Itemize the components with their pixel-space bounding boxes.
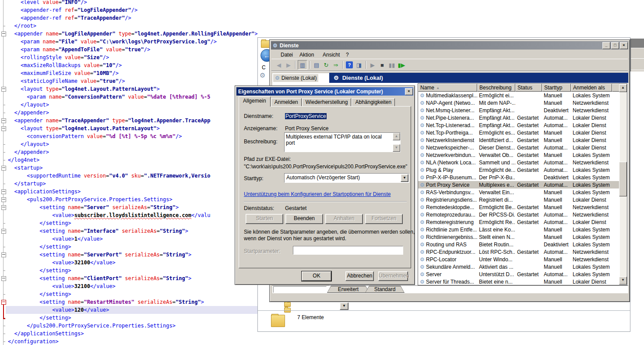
- code-line[interactable]: <appender-ref ref="LogFileAppender"/>: [8, 6, 137, 14]
- scroll-thumb[interactable]: [619, 162, 627, 196]
- fold-collapse-icon[interactable]: [1, 205, 6, 210]
- textarea-scroll-down-button[interactable]: ▼: [393, 144, 400, 152]
- code-line[interactable]: <param name="ConversionPattern" value="%…: [8, 93, 210, 101]
- code-line[interactable]: <layout type="log4net.Layout.PatternLayo…: [8, 124, 160, 132]
- restart-service-icon[interactable]: ▮▶: [397, 60, 406, 69]
- code-line[interactable]: </setting>: [8, 314, 71, 322]
- minimize-button[interactable]: _: [602, 42, 610, 49]
- close-button[interactable]: ×: [620, 42, 628, 49]
- fold-collapse-icon[interactable]: [1, 166, 6, 171]
- table-row[interactable]: ⚙ Multimediaklassenpl...Ermöglicht ei...…: [418, 92, 619, 99]
- fold-collapse-icon[interactable]: [1, 126, 6, 131]
- code-line[interactable]: </configuration>: [8, 338, 59, 345]
- code-line[interactable]: </layout>: [8, 101, 49, 109]
- table-row[interactable]: ⚙ Remoteprozedurau...Der RPCSS-Di...Gest…: [418, 211, 619, 218]
- table-row[interactable]: ⚙ Server für Threads...Bietet eine n...M…: [418, 278, 619, 285]
- table-row[interactable]: ⚙ Netzwerkverbindun...Verwaltet Ob...Ges…: [418, 151, 619, 159]
- fold-collapse-icon[interactable]: [1, 87, 6, 92]
- table-row[interactable]: ⚙ Richtlinienergebniss...Stellt einen N.…: [418, 233, 619, 241]
- services-titlebar[interactable]: ⚙ Dienste _ □ ×: [271, 41, 628, 50]
- table-row[interactable]: ⚙ Remotedesktopdie...Ermöglicht Be...Ges…: [418, 203, 619, 211]
- code-line[interactable]: </log4net>: [8, 156, 39, 164]
- code-line[interactable]: <param name="AppendToFile" value="true"/…: [8, 46, 150, 53]
- table-row[interactable]: ⚙ RemoteregistrierungErmöglicht Re...Ges…: [418, 218, 619, 226]
- fold-collapse-icon[interactable]: [1, 276, 6, 281]
- menu-item-aktion[interactable]: Aktion: [299, 52, 314, 58]
- starten-button[interactable]: Starten: [246, 214, 283, 224]
- refresh-icon[interactable]: ↻: [322, 60, 331, 69]
- uebernehmen-button[interactable]: Übernehmen: [378, 271, 408, 281]
- starttyp-combobox[interactable]: Automatisch (Verzögerter Start) ▼: [284, 173, 409, 183]
- bottom-tab-standard[interactable]: Standard: [365, 286, 405, 293]
- code-line[interactable]: <param name="File" value="C:\work\logs\P…: [8, 38, 217, 46]
- bottom-left-field[interactable]: [273, 286, 327, 293]
- tab-anmelden[interactable]: Anmelden: [271, 98, 302, 107]
- code-line[interactable]: <rollingStyle value="Size"/>: [8, 53, 109, 61]
- properties-icon[interactable]: ▤: [312, 60, 321, 69]
- code-line[interactable]: </startup>: [8, 180, 46, 188]
- fold-collapse-icon[interactable]: [1, 118, 6, 123]
- anhalten-button[interactable]: Anhalten: [325, 214, 363, 224]
- code-line[interactable]: <appender name="LogFileAppender" type="l…: [8, 30, 257, 38]
- code-line[interactable]: <value>subscriber.lloydslistintelligence…: [8, 211, 210, 219]
- code-line[interactable]: <setting name="Server" serializeAs="Stri…: [8, 203, 179, 211]
- code-line[interactable]: <level value="INFO"/>: [8, 0, 87, 6]
- table-row[interactable]: ⚙ NetzwerklistendienstIdentifiziert d...…: [418, 136, 619, 144]
- code-line[interactable]: <staticLogFileName value="true"/>: [8, 77, 125, 85]
- scroll-down-button[interactable]: ▼: [619, 277, 627, 285]
- fold-collapse-icon[interactable]: [1, 229, 6, 234]
- explorer-dropdown-button[interactable]: ▼: [340, 302, 348, 310]
- table-row[interactable]: ⚙ RPC-Endpunktzuor...Löst RPC-Sch...Gest…: [418, 248, 619, 256]
- table-row[interactable]: ⚙ Net.Pipe-Listenera...Empfängt Akt...Ge…: [418, 114, 619, 121]
- scroll-up-button[interactable]: ▲: [619, 84, 627, 92]
- table-row[interactable]: ⚙ Routing und RASBietet Routin...Deaktiv…: [418, 241, 619, 248]
- menu-item-datei[interactable]: Datei: [281, 52, 293, 58]
- table-row[interactable]: ⚙ Netzwerkspeicher-...Dieser Dienst...Ge…: [418, 144, 619, 151]
- dialog-titlebar[interactable]: Eigenschaften von Port Proxy Service (Lo…: [236, 87, 413, 96]
- code-line[interactable]: </setting>: [8, 267, 71, 274]
- table-row[interactable]: ⚙ ServerUnterstützt D...GestartetAutomat…: [418, 270, 619, 278]
- table-row[interactable]: ⚙ Plug & PlayErmöglicht de...GestartetAu…: [418, 166, 619, 174]
- tab-wiederherstellung[interactable]: Wiederherstellung: [302, 98, 352, 107]
- show-console-tree-icon[interactable]: ▥: [298, 60, 307, 70]
- xml-editor[interactable]: <level value="INFO"/> <appender-ref ref=…: [0, 0, 257, 345]
- code-line[interactable]: <applicationSettings>: [8, 188, 81, 196]
- code-line[interactable]: <maxSizeRollBackups value="10"/>: [8, 61, 122, 69]
- column-header-name[interactable]: Name▴: [418, 84, 477, 92]
- bottom-tab-erweitert[interactable]: Erweitert: [327, 286, 370, 293]
- table-row[interactable]: ⚙ Net.Msmq-Listener...Empfängt Akt...Dea…: [418, 107, 619, 114]
- code-line[interactable]: <puls200.PortProxyService.Properties.Set…: [8, 196, 172, 203]
- column-header-starttyp[interactable]: Starttyp: [542, 84, 571, 92]
- code-line[interactable]: <setting name="ClientPort" serializeAs="…: [8, 274, 191, 282]
- dienstname-value[interactable]: PortProxyService: [285, 113, 327, 119]
- start-service-icon[interactable]: ▶: [368, 60, 377, 69]
- code-line[interactable]: </applicationSettings>: [8, 330, 84, 338]
- table-row[interactable]: ⚙ Net.Tcp-Portfreiga...Ermöglicht es...G…: [418, 129, 619, 136]
- code-line[interactable]: <setting name="Interface" serializeAs="S…: [8, 227, 188, 235]
- table-row[interactable]: ⚙ RPC-LocatorUnter Windo...ManuellNetzwe…: [418, 256, 619, 263]
- code-line[interactable]: </setting>: [8, 219, 71, 227]
- code-line[interactable]: <value>32100</value>: [8, 282, 116, 290]
- table-row[interactable]: ⚙ PnP-X-IP-Busenum...Der PnP-X-Bu...Deak…: [418, 174, 619, 181]
- fold-collapse-icon[interactable]: [1, 253, 6, 257]
- table-row[interactable]: ⚙ Net.Tcp-Listenerad...Empfängt Akt...Ge…: [418, 121, 619, 129]
- back-icon[interactable]: ◀: [274, 60, 283, 69]
- table-row[interactable]: ⚙ NAP-Agent (Netwo...Mit dem NAP-...Manu…: [418, 99, 619, 107]
- beschreibung-textarea[interactable]: Multiplexes external TCP/IP data on loca…: [284, 132, 401, 152]
- table-row[interactable]: ⚙ Sekundäre Anmeld...Aktiviert das ...Ma…: [418, 263, 619, 270]
- maximize-button[interactable]: □: [611, 42, 619, 49]
- code-line[interactable]: </appender>: [8, 109, 49, 117]
- tab-abhaengigkeiten[interactable]: Abhängigkeiten: [352, 98, 395, 107]
- table-row[interactable]: ⚙ Port Proxy ServiceMultiplexes e...Gest…: [418, 181, 619, 189]
- folder-icon[interactable]: [284, 302, 291, 307]
- code-line[interactable]: <startup>: [8, 164, 42, 172]
- table-row[interactable]: ⚙ Richtlinie zum Entfe...Lässt eine Ko..…: [418, 226, 619, 233]
- textarea-scroll-up-button[interactable]: ▲: [393, 133, 400, 140]
- code-line[interactable]: <setting name="ServerPort" serializeAs="…: [8, 251, 191, 259]
- help-icon[interactable]: ?: [346, 61, 353, 68]
- column-header-status[interactable]: Status: [515, 84, 542, 92]
- beenden-button[interactable]: Beenden: [285, 214, 323, 224]
- stop-service-icon[interactable]: ■: [378, 60, 387, 69]
- console-tree-item-dienste-lokal[interactable]: ⚙ Dienste (Lokal): [273, 74, 318, 82]
- code-line[interactable]: <layout type="log4net.Layout.PatternLayo…: [8, 85, 160, 93]
